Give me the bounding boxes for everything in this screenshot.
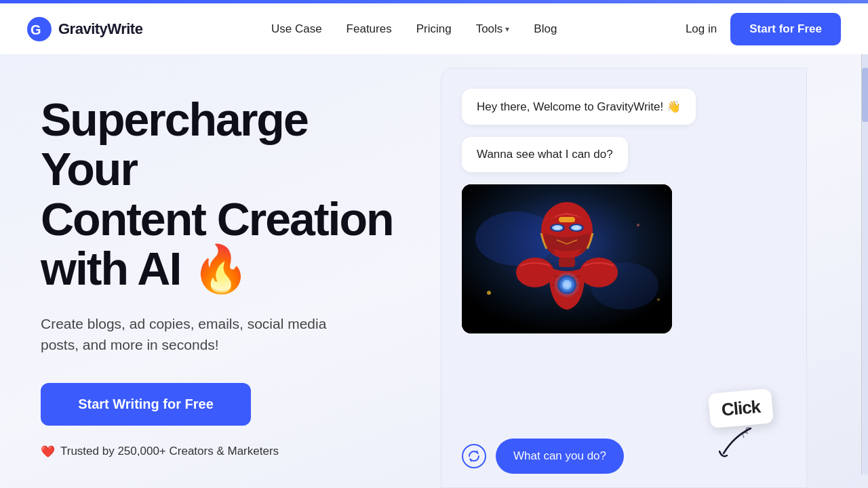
hero-subtext: Create blogs, ad copies, emails, social … bbox=[41, 313, 346, 356]
arrow-icon bbox=[710, 423, 771, 460]
svg-text:G: G bbox=[31, 22, 41, 37]
chat-scrollbar[interactable] bbox=[861, 54, 868, 474]
chat-panel: Hey there, Welcome to GravityWrite! 👋 Wa… bbox=[441, 68, 807, 488]
svg-point-23 bbox=[555, 272, 579, 297]
nav-features[interactable]: Features bbox=[347, 22, 392, 36]
trusted-label: Trusted by 250,000+ Creators & Marketers bbox=[60, 445, 279, 458]
logo-text: GravityWrite bbox=[58, 20, 142, 38]
chevron-down-icon: ▾ bbox=[505, 24, 509, 34]
ironman-svg bbox=[462, 184, 672, 333]
click-annotation: Click bbox=[709, 391, 772, 460]
nav-links: Use Case Features Pricing Tools ▾ Blog bbox=[271, 22, 557, 36]
click-badge: Click bbox=[708, 388, 774, 428]
svg-rect-16 bbox=[559, 258, 575, 267]
nav-pricing[interactable]: Pricing bbox=[416, 22, 452, 36]
nav-blog[interactable]: Blog bbox=[534, 22, 557, 36]
chat-scrollbar-thumb bbox=[862, 68, 868, 122]
hero-right: Hey there, Welcome to GravityWrite! 👋 Wa… bbox=[441, 54, 868, 488]
login-button[interactable]: Log in bbox=[686, 22, 717, 36]
refresh-icon[interactable] bbox=[462, 444, 486, 468]
chat-bubble-welcome: Hey there, Welcome to GravityWrite! 👋 bbox=[462, 89, 696, 125]
nav-tools-label: Tools bbox=[476, 22, 503, 36]
svg-rect-15 bbox=[559, 217, 575, 222]
hero-section: Supercharge YourContent Creationwith AI … bbox=[0, 54, 868, 488]
chat-image-ironman bbox=[462, 184, 672, 333]
svg-point-6 bbox=[637, 224, 639, 226]
logo-area: G GravityWrite bbox=[27, 17, 142, 41]
hero-heading: Supercharge YourContent Creationwith AI … bbox=[41, 95, 400, 294]
nav-tools[interactable]: Tools ▾ bbox=[476, 22, 510, 36]
svg-point-7 bbox=[657, 298, 660, 301]
chat-input-button[interactable]: What can you do? bbox=[496, 439, 624, 474]
ironman-illustration bbox=[462, 184, 672, 333]
chat-bubble-wanna: Wanna see what I can do? bbox=[462, 137, 628, 172]
hero-heading-line1: Supercharge YourContent Creationwith AI … bbox=[41, 94, 393, 294]
svg-point-17 bbox=[516, 258, 554, 287]
hero-left: Supercharge YourContent Creationwith AI … bbox=[0, 54, 441, 488]
svg-point-13 bbox=[554, 226, 561, 230]
svg-point-14 bbox=[573, 226, 580, 230]
hero-cta-button[interactable]: Start Writing for Free bbox=[41, 383, 251, 426]
svg-point-5 bbox=[487, 291, 491, 295]
start-for-free-button[interactable]: Start for Free bbox=[730, 13, 841, 45]
svg-point-18 bbox=[580, 258, 618, 287]
navbar: G GravityWrite Use Case Features Pricing… bbox=[0, 3, 868, 54]
navbar-right: Log in Start for Free bbox=[686, 13, 841, 45]
gravitywrite-logo-icon: G bbox=[27, 17, 52, 41]
nav-use-case[interactable]: Use Case bbox=[271, 22, 322, 36]
trusted-emoji: ❤️ bbox=[41, 445, 55, 459]
trusted-text-area: ❤️ Trusted by 250,000+ Creators & Market… bbox=[41, 445, 400, 459]
